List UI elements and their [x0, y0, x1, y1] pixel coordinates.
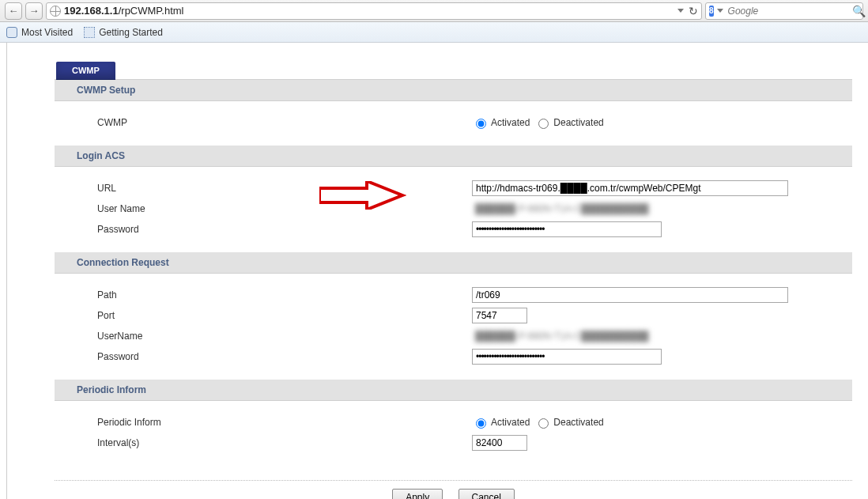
- row-cwmp: CWMP Activated Deactivated: [62, 114, 844, 131]
- input-acs-url[interactable]: [472, 180, 788, 196]
- radio-pi-deactivated-input[interactable]: [538, 418, 549, 429]
- section-body-connection-request: Path Port UserName ██████-P-660N-T1A-C██…: [55, 274, 852, 380]
- bookmarks-bar: Most Visited Getting Started: [0, 22, 868, 43]
- label-acs-password: Password: [62, 224, 371, 235]
- search-engine-dropdown-icon[interactable]: [717, 9, 723, 13]
- search-icon[interactable]: 🔍: [852, 5, 866, 17]
- radio-label: Deactivated: [553, 417, 603, 428]
- label-pi: Periodic Inform: [62, 417, 371, 428]
- bookmark-getting-started[interactable]: Getting Started: [84, 27, 163, 38]
- search-input[interactable]: [726, 5, 849, 17]
- label-cr-username: UserName: [62, 331, 371, 342]
- row-acs-url: URL: [62, 180, 844, 197]
- radio-label: Deactivated: [553, 117, 603, 128]
- field-pi-interval: [371, 435, 844, 451]
- input-cr-path[interactable]: [472, 287, 788, 303]
- row-cr-path: Path: [62, 286, 844, 304]
- input-cr-password[interactable]: [472, 349, 662, 365]
- field-cr-password: [371, 349, 844, 365]
- url-right-controls: ↻: [677, 5, 698, 17]
- radio-cwmp-deactivated[interactable]: Deactivated: [534, 116, 603, 129]
- label-cr-password: Password: [62, 351, 371, 362]
- row-pi-interval: Interval(s): [62, 434, 844, 452]
- label-acs-username: User Name: [62, 203, 371, 214]
- row-acs-username: User Name ██████-P-660N-T1A-C██████████: [62, 200, 844, 217]
- row-cr-username: UserName ██████-P-660N-T1A-C██████████: [62, 327, 844, 345]
- section-header-connection-request: Connection Request: [55, 252, 852, 274]
- section-header-cwmp-setup: CWMP Setup: [55, 80, 852, 101]
- cancel-button[interactable]: Cancel: [459, 489, 515, 499]
- radio-label: Activated: [491, 117, 530, 128]
- google-icon: 8: [709, 6, 714, 17]
- url-path: /rpCWMP.html: [119, 5, 184, 17]
- apply-button[interactable]: Apply: [392, 489, 443, 499]
- field-acs-password: [371, 221, 844, 237]
- row-acs-password: Password: [62, 221, 844, 238]
- url-bar[interactable]: 192.168.1.1/rpCWMP.html ↻: [46, 2, 702, 20]
- value-cr-username: ██████-P-660N-T1A-C██████████: [472, 329, 651, 343]
- page-content: CWMP CWMP Setup CWMP Activated Deactivat…: [6, 43, 868, 499]
- section-body-login-acs: URL User Name ██████-P-660N-T1A-C███████…: [55, 167, 852, 252]
- input-acs-password[interactable]: [472, 221, 662, 237]
- radio-cwmp-activated[interactable]: Activated: [472, 116, 530, 129]
- bookmark-icon: [84, 27, 95, 38]
- search-box[interactable]: 8 🔍: [705, 2, 863, 20]
- input-pi-interval[interactable]: [472, 435, 527, 451]
- footer-buttons: Apply Cancel: [55, 480, 852, 499]
- row-pi-activated: Periodic Inform Activated Deactivated: [62, 414, 844, 431]
- field-cr-username: ██████-P-660N-T1A-C██████████: [371, 329, 844, 343]
- panel: CWMP Setup CWMP Activated Deactivated Lo…: [55, 79, 852, 499]
- bookmark-icon: [6, 27, 17, 38]
- radio-deactivated-input[interactable]: [538, 119, 549, 129]
- tab-cwmp[interactable]: CWMP: [56, 62, 115, 79]
- label-acs-url: URL: [62, 183, 371, 194]
- section-body-cwmp-setup: CWMP Activated Deactivated: [55, 101, 852, 146]
- browser-toolbar: ← → 192.168.1.1/rpCWMP.html ↻ 8 🔍: [0, 0, 868, 22]
- section-header-login-acs: Login ACS: [55, 146, 852, 167]
- bookmark-label: Most Visited: [21, 27, 73, 38]
- row-cr-port: Port: [62, 307, 844, 324]
- bookmark-most-visited[interactable]: Most Visited: [6, 27, 73, 38]
- field-cwmp: Activated Deactivated: [371, 116, 844, 129]
- bookmark-label: Getting Started: [99, 27, 163, 38]
- dropdown-icon[interactable]: [677, 9, 684, 13]
- row-cr-password: Password: [62, 348, 844, 365]
- globe-icon: [50, 6, 61, 17]
- forward-button[interactable]: →: [25, 2, 43, 20]
- radio-activated-input[interactable]: [476, 119, 486, 129]
- radio-label: Activated: [491, 417, 530, 428]
- field-acs-username: ██████-P-660N-T1A-C██████████: [371, 202, 844, 216]
- value-acs-username: ██████-P-660N-T1A-C██████████: [472, 202, 651, 216]
- label-cwmp: CWMP: [62, 117, 371, 128]
- back-button[interactable]: ←: [5, 2, 22, 20]
- label-cr-path: Path: [62, 289, 371, 301]
- radio-pi-deactivated[interactable]: Deactivated: [534, 416, 603, 429]
- reload-icon[interactable]: ↻: [689, 5, 698, 17]
- input-cr-port[interactable]: [472, 308, 527, 323]
- radio-pi-activated[interactable]: Activated: [472, 416, 530, 429]
- label-cr-port: Port: [62, 310, 371, 321]
- section-body-periodic-inform: Periodic Inform Activated Deactivated In…: [55, 401, 852, 466]
- radio-pi-activated-input[interactable]: [476, 418, 486, 429]
- field-acs-url: [371, 180, 844, 196]
- section-header-periodic-inform: Periodic Inform: [55, 380, 852, 401]
- label-pi-interval: Interval(s): [62, 437, 371, 448]
- field-cr-port: [371, 308, 844, 323]
- field-pi: Activated Deactivated: [371, 416, 844, 429]
- url-text: 192.168.1.1/rpCWMP.html: [64, 5, 674, 17]
- url-host: 192.168.1.1: [64, 5, 119, 17]
- field-cr-path: [371, 287, 844, 303]
